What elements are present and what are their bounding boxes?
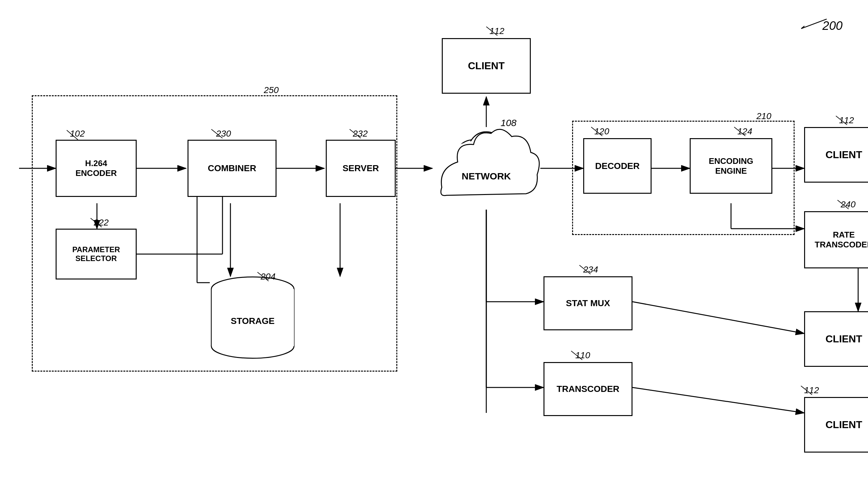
- svg-line-28: [801, 19, 827, 29]
- svg-line-33: [350, 129, 361, 138]
- client-top-right-box: CLIENT: [804, 127, 868, 183]
- encoding-engine-box: ENCODINGENGINE: [690, 138, 772, 194]
- svg-line-54: [836, 116, 847, 125]
- client-top-label: CLIENT: [468, 60, 505, 72]
- parameter-selector-box: PARAMETERSELECTOR: [56, 229, 137, 280]
- svg-line-51: [486, 27, 497, 35]
- svg-line-56: [579, 265, 591, 274]
- rate-transcoder-ref-arrow: [833, 196, 858, 212]
- svg-line-32: [211, 129, 222, 138]
- svg-line-53: [734, 127, 745, 136]
- client-top-box: CLIENT: [442, 38, 531, 94]
- encoding-engine-label: ENCODINGENGINE: [709, 156, 753, 176]
- transcoder-box: TRANSCODER: [543, 362, 632, 416]
- client-mid-right-box: CLIENT: [804, 311, 868, 367]
- client-bot-right-label: CLIENT: [825, 419, 862, 431]
- svg-line-41: [257, 272, 269, 281]
- svg-line-52: [591, 127, 602, 136]
- encoding-engine-ref-arrow: [729, 123, 755, 139]
- ref-108: 108: [500, 117, 516, 128]
- client-mid-right-label: CLIENT: [825, 333, 862, 345]
- rate-transcoder-label: RATETRANSCODER: [815, 230, 868, 250]
- client-top-ref-arrow: [482, 23, 507, 39]
- svg-line-55: [838, 200, 849, 209]
- network-cloud: NETWORK: [432, 114, 540, 210]
- svg-line-23: [632, 302, 804, 334]
- server-box: SERVER: [326, 140, 396, 197]
- svg-line-57: [571, 351, 582, 360]
- svg-line-58: [801, 386, 812, 395]
- transcoder-label: TRANSCODER: [557, 384, 620, 394]
- rate-transcoder-box: RATETRANSCODER: [804, 211, 868, 268]
- decoder-label: DECODER: [595, 161, 640, 171]
- stat-mux-ref-arrow: [575, 261, 600, 277]
- svg-text:NETWORK: NETWORK: [462, 171, 511, 181]
- client-top-right-label: CLIENT: [825, 149, 862, 161]
- server-ref-arrow: [345, 125, 370, 141]
- diagram-container: 250 210 200 H.264ENCODER 102 PARAMETERSE…: [0, 0, 868, 491]
- storage-ref-arrow: [253, 268, 278, 284]
- combiner-label: COMBINER: [208, 163, 256, 173]
- decoder-box: DECODER: [583, 138, 652, 194]
- svg-line-31: [90, 218, 102, 227]
- h264-ref-arrow: [62, 125, 87, 143]
- param-ref-arrow: [86, 214, 111, 230]
- client-bot-right-ref-arrow: [796, 382, 822, 398]
- svg-line-26: [632, 387, 804, 413]
- decoder-ref-arrow: [587, 123, 612, 139]
- combiner-ref-arrow: [207, 125, 232, 141]
- storage-svg: STORAGE: [210, 275, 296, 364]
- stat-mux-label: STAT MUX: [566, 298, 610, 308]
- combiner-box: COMBINER: [188, 140, 276, 197]
- encoder-region-label: 250: [264, 85, 279, 95]
- decoder-region-label: 210: [756, 111, 771, 121]
- figure-number-arrow: [798, 13, 836, 32]
- storage-shape: STORAGE: [210, 275, 296, 364]
- client-bot-right-box: CLIENT: [804, 397, 868, 453]
- server-label: SERVER: [343, 163, 379, 173]
- svg-text:STORAGE: STORAGE: [231, 316, 275, 326]
- client-top-right-ref-arrow: [831, 112, 857, 128]
- transcoder-ref-arrow: [566, 347, 592, 363]
- parameter-selector-label: PARAMETERSELECTOR: [72, 245, 120, 263]
- stat-mux-box: STAT MUX: [543, 276, 632, 330]
- network-svg: NETWORK: [432, 114, 540, 210]
- h264-encoder-label: H.264ENCODER: [75, 158, 117, 178]
- svg-line-30: [67, 130, 78, 140]
- h264-encoder-box: H.264ENCODER: [56, 140, 137, 197]
